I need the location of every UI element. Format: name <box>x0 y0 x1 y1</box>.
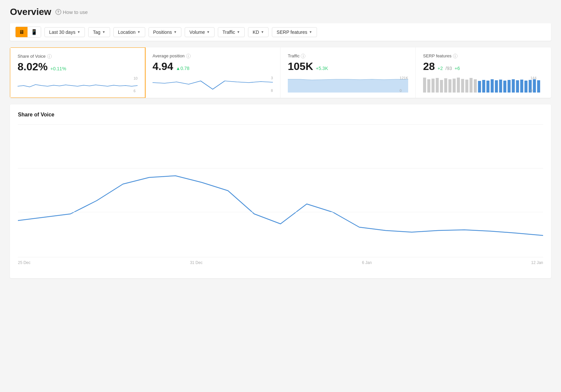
svg-rect-16 <box>486 81 489 93</box>
tag-button[interactable]: Tag ▼ <box>88 27 110 37</box>
metric-delta-sov: +0.11% <box>50 66 66 71</box>
x-label-dec25: 25 Dec <box>18 260 31 265</box>
metric-label-avgpos: Average position i <box>153 53 273 58</box>
mini-chart-sov: 10 6 <box>18 76 138 93</box>
svg-rect-15 <box>482 80 485 93</box>
main-chart-container: Share of Voice 25 Dec 31 Dec 6 Jan 12 Ja… <box>10 104 551 278</box>
svg-rect-6 <box>444 78 447 93</box>
metric-value-row-sov: 8.02% +0.11% <box>18 61 138 73</box>
svg-rect-2 <box>427 79 430 93</box>
metric-card-traffic[interactable]: Traffic i 105K +5.3K 121K 0 <box>280 47 416 98</box>
mini-chart-traffic: 121K 0 <box>288 76 408 93</box>
metric-delta-traffic: +5.3K <box>316 66 328 71</box>
svg-rect-5 <box>440 80 443 93</box>
kd-button[interactable]: KD ▼ <box>248 27 269 37</box>
metric-delta-serp-plus6: +6 <box>455 66 460 71</box>
serp-features-button[interactable]: SERP features ▼ <box>272 27 317 37</box>
svg-rect-11 <box>465 80 468 93</box>
chevron-down-icon: ▼ <box>137 30 141 34</box>
chevron-down-icon: ▼ <box>261 30 264 34</box>
x-label-dec31: 31 Dec <box>190 260 203 265</box>
main-chart-title: Share of Voice <box>18 112 543 118</box>
info-icon-sov: i <box>47 54 52 59</box>
svg-rect-14 <box>478 81 481 93</box>
mini-chart-serp: 144 0 <box>423 76 544 93</box>
metric-label-serp: SERP features i <box>423 53 544 58</box>
svg-rect-20 <box>503 81 506 93</box>
date-range-button[interactable]: Last 30 days ▼ <box>44 27 85 37</box>
metric-value-traffic: 105K <box>288 60 313 73</box>
grid-line-bottom <box>18 257 543 257</box>
page-container: Overview ? How to use 🖥 📱 Last 30 days ▼… <box>0 0 561 392</box>
metric-card-serp[interactable]: SERP features i 28 +2 /93 +6 <box>416 47 551 98</box>
svg-rect-28 <box>537 80 540 93</box>
svg-rect-25 <box>525 81 528 93</box>
svg-rect-8 <box>453 79 456 93</box>
svg-rect-23 <box>516 80 519 93</box>
help-icon: ? <box>55 9 61 15</box>
svg-rect-12 <box>469 78 472 93</box>
svg-rect-3 <box>431 79 434 93</box>
page-title: Overview <box>10 7 51 17</box>
x-label-jan6: 6 Jan <box>362 260 372 265</box>
x-label-jan12: 12 Jan <box>531 260 543 265</box>
main-chart-svg <box>18 124 543 257</box>
device-toggle: 🖥 📱 <box>15 27 41 37</box>
svg-rect-13 <box>474 79 477 93</box>
svg-rect-17 <box>491 79 494 93</box>
metrics-row: Share of Voice i 8.02% +0.11% 10 6 Avera… <box>10 47 551 98</box>
how-to-use-link[interactable]: ? How to use <box>55 9 88 15</box>
svg-rect-1 <box>423 78 426 93</box>
svg-rect-7 <box>448 79 451 93</box>
info-icon-serp: i <box>453 54 458 58</box>
metric-value-sov: 8.02% <box>18 61 48 73</box>
chevron-down-icon: ▼ <box>173 30 177 34</box>
metric-delta-avgpos: ▲0.78 <box>176 66 189 71</box>
toolbar: 🖥 📱 Last 30 days ▼ Tag ▼ Location ▼ Posi… <box>10 23 551 41</box>
chevron-down-icon: ▼ <box>309 30 312 34</box>
svg-marker-0 <box>288 79 408 93</box>
metric-delta-serp-plus2: +2 <box>438 66 443 71</box>
svg-rect-4 <box>436 78 439 93</box>
info-icon-avgpos: i <box>186 54 191 58</box>
svg-rect-10 <box>461 79 464 93</box>
svg-rect-24 <box>520 80 523 93</box>
chevron-down-icon: ▼ <box>237 30 240 34</box>
chevron-down-icon: ▼ <box>77 30 80 34</box>
metric-label-sov: Share of Voice i <box>18 54 138 59</box>
chevron-down-icon: ▼ <box>207 30 210 34</box>
main-chart-area <box>18 124 543 257</box>
svg-rect-19 <box>499 80 502 93</box>
metric-value-row-serp: 28 +2 /93 +6 <box>423 60 544 73</box>
header: Overview ? How to use <box>10 7 551 17</box>
metric-card-sov[interactable]: Share of Voice i 8.02% +0.11% 10 6 <box>10 47 146 98</box>
location-button[interactable]: Location ▼ <box>113 27 145 37</box>
chevron-down-icon: ▼ <box>102 30 105 34</box>
info-icon-traffic: i <box>301 54 305 58</box>
svg-rect-9 <box>457 78 460 93</box>
traffic-button[interactable]: Traffic ▼ <box>218 27 245 37</box>
svg-rect-22 <box>512 79 515 93</box>
metric-label-traffic: Traffic i <box>288 53 408 58</box>
desktop-button[interactable]: 🖥 <box>16 27 28 37</box>
svg-rect-18 <box>495 80 498 93</box>
grid-line-top <box>18 124 543 125</box>
mini-chart-avgpos: 3 8 <box>153 76 273 93</box>
metric-card-avgpos[interactable]: Average position i 4.94 ▲0.78 3 8 <box>145 47 280 98</box>
metric-value-row-traffic: 105K +5.3K <box>288 60 408 73</box>
metric-value-row-avgpos: 4.94 ▲0.78 <box>153 60 273 73</box>
positions-button[interactable]: Positions ▼ <box>149 27 182 37</box>
grid-line-mid2 <box>18 212 543 212</box>
mobile-button[interactable]: 📱 <box>28 27 41 37</box>
metric-value-serp: 28 <box>423 60 435 73</box>
grid-line-mid1 <box>18 168 543 168</box>
metric-delta-serp-total: /93 <box>446 66 452 71</box>
svg-rect-21 <box>508 80 511 93</box>
metric-value-avgpos: 4.94 <box>153 60 173 73</box>
volume-button[interactable]: Volume ▼ <box>185 27 215 37</box>
x-axis-labels: 25 Dec 31 Dec 6 Jan 12 Jan <box>18 260 543 265</box>
